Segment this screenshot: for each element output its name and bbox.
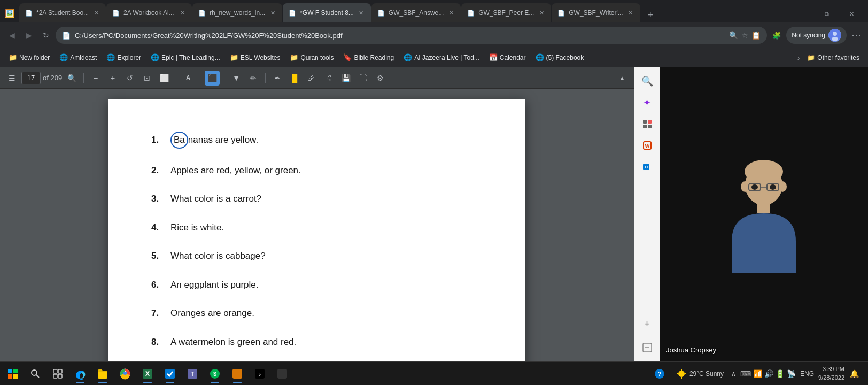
close-button[interactable]: ✕ xyxy=(839,5,864,22)
sidebar-add-icon[interactable]: + xyxy=(638,314,657,334)
text-tool-btn[interactable]: A xyxy=(181,71,196,86)
filter-btn[interactable]: ▼ xyxy=(229,71,244,86)
tab-1[interactable]: 📄 *2A Student Boo... ✕ xyxy=(19,3,106,22)
clock[interactable]: 3:39 PM 9/28/2022 xyxy=(818,365,844,382)
bookmark-explorer[interactable]: 🌐 Explorer xyxy=(102,51,145,64)
rotate-btn[interactable]: ↺ xyxy=(122,71,137,86)
save-btn[interactable]: 💾 xyxy=(338,71,353,86)
tab-6[interactable]: 📄 GW_SBF_Peer E... ✕ xyxy=(461,3,551,22)
tab-2-close[interactable]: ✕ xyxy=(178,9,187,17)
tab-1-favicon: 📄 xyxy=(25,9,33,17)
collections-icon[interactable]: 📋 xyxy=(751,31,761,40)
bookmark-amideast[interactable]: 🌐 Amideast xyxy=(55,51,101,64)
page-number-input[interactable] xyxy=(21,72,41,84)
bookmark-facebook[interactable]: 🌐 (5) Facebook xyxy=(531,51,588,64)
tab-7[interactable]: 📄 GW_SBF_Writer'... ✕ xyxy=(552,3,640,22)
file-explorer-taskbar-app[interactable] xyxy=(92,363,113,384)
weather-indicator[interactable]: 29°C Sunny xyxy=(672,368,727,380)
svg-rect-25 xyxy=(8,374,12,379)
speaker-icon[interactable]: 🔊 xyxy=(764,369,773,378)
bookmarks-more-button[interactable]: › xyxy=(795,51,802,64)
sidebar-office-icon[interactable]: W xyxy=(638,136,657,155)
bookmark-epic[interactable]: 🌐 Epic | The Leading... xyxy=(146,51,224,64)
sidebar-outlook-icon[interactable]: O xyxy=(638,157,657,176)
bookmark-esl[interactable]: 📁 ESL Websites xyxy=(226,51,285,64)
restore-button[interactable]: ⧉ xyxy=(815,5,839,22)
sidebar-search-icon[interactable]: 🔍 xyxy=(638,72,657,91)
highlight-btn[interactable]: █ xyxy=(287,71,302,86)
bluetooth-icon[interactable]: 📡 xyxy=(787,369,796,378)
forward-button[interactable]: ▶ xyxy=(21,28,36,43)
task-view-btn[interactable] xyxy=(47,363,68,384)
print-btn[interactable]: 🖨 xyxy=(321,71,336,86)
dark-app[interactable] xyxy=(272,363,293,384)
search-taskbar-btn[interactable] xyxy=(25,363,46,384)
list-item: 7. Oranges are orange. xyxy=(151,306,483,320)
draw-btn[interactable]: ✏ xyxy=(246,71,261,86)
keyboard-icon[interactable]: ⌨ xyxy=(740,369,751,378)
reload-button[interactable]: ↻ xyxy=(38,28,53,43)
battery-icon[interactable]: 🔋 xyxy=(776,369,785,378)
network-icon[interactable]: 📶 xyxy=(753,369,762,378)
tab-5[interactable]: 📄 GW_SBF_Answe... ✕ xyxy=(371,3,461,22)
minimize-button[interactable]: ─ xyxy=(790,5,815,22)
bookmark-quran[interactable]: 📁 Quran tools xyxy=(285,51,338,64)
bookmark-bible[interactable]: 🔖 Bible Reading xyxy=(339,51,398,64)
tab-3-close[interactable]: ✕ xyxy=(268,9,277,17)
sidebar-collapse-icon[interactable] xyxy=(638,338,657,357)
bookmark-aljazeera[interactable]: 🌐 AI Jazeera Live | Tod... xyxy=(399,51,484,64)
tab-2[interactable]: 📄 2A Workbook Al... ✕ xyxy=(106,3,192,22)
zoom-in-btn[interactable]: + xyxy=(105,71,120,86)
language-indicator[interactable]: ENG xyxy=(798,370,816,378)
tab-bar: 🖼️ 📄 *2A Student Boo... ✕ 📄 2A Workbook … xyxy=(0,0,868,22)
bookmark-calendar[interactable]: 📅 Calendar xyxy=(485,51,530,64)
two-page-btn[interactable]: ⬜ xyxy=(157,71,172,86)
green-circle-app[interactable]: $ xyxy=(204,363,226,384)
tab-4-close[interactable]: ✕ xyxy=(357,9,366,17)
pdf-scroll-up[interactable]: ▲ xyxy=(615,71,630,86)
back-button[interactable]: ◀ xyxy=(4,28,19,43)
sidebar-ai-icon[interactable]: ✦ xyxy=(638,93,657,112)
chrome-taskbar-app[interactable] xyxy=(114,363,136,384)
fullscreen-btn[interactable]: ⛶ xyxy=(355,71,370,86)
search-pdf-btn[interactable]: 🔍 xyxy=(64,71,79,86)
pdf-content[interactable]: 1. Bananas are yellow. 2. Apples are red… xyxy=(0,89,634,361)
fit-page-btn[interactable]: ⊡ xyxy=(140,71,154,86)
tab-5-close[interactable]: ✕ xyxy=(447,9,455,17)
zoom-out-btn[interactable]: − xyxy=(88,71,103,86)
tab-3[interactable]: 📄 rh_new_words_in... ✕ xyxy=(192,3,282,22)
settings-btn[interactable]: ⚙ xyxy=(373,71,387,86)
tab-6-close[interactable]: ✕ xyxy=(537,9,546,17)
sidebar-collections-icon[interactable] xyxy=(638,114,657,134)
tray-expand-btn[interactable]: ∧ xyxy=(729,370,738,378)
address-bar[interactable]: 📄 C:/Users/PC/Documents/Great%20Writing%… xyxy=(56,27,767,44)
start-button[interactable] xyxy=(2,363,24,384)
sidebar-toggle-btn[interactable]: ☰ xyxy=(4,71,19,86)
new-tab-button[interactable]: + xyxy=(643,7,658,22)
help-icon[interactable]: ? xyxy=(649,363,670,384)
menu-button[interactable]: ⋯ xyxy=(849,28,864,43)
tab-7-close[interactable]: ✕ xyxy=(626,9,635,17)
tiktok-app[interactable]: ♪ xyxy=(249,363,270,384)
teams-taskbar-app[interactable]: T xyxy=(182,363,203,384)
calendar-icon: 📅 xyxy=(489,53,498,61)
search-icon[interactable]: 🔍 xyxy=(729,31,738,40)
notification-button[interactable]: 🔔 xyxy=(847,366,862,381)
other-favorites[interactable]: 📁 Other favorites xyxy=(803,52,864,64)
sync-button[interactable]: Not syncing xyxy=(786,27,847,44)
view-mode-btn[interactable]: ⬛ xyxy=(205,71,220,86)
ink-btn[interactable]: 🖊 xyxy=(304,71,319,86)
extensions-btn[interactable]: 🧩 xyxy=(769,28,784,43)
bookmark-new-folder[interactable]: 📁 New folder xyxy=(4,51,54,64)
star-icon[interactable]: ☆ xyxy=(741,31,748,40)
annotate-btn[interactable]: ✒ xyxy=(270,71,285,86)
svg-text:W: W xyxy=(645,143,649,149)
svg-text:O: O xyxy=(644,165,647,170)
edge-taskbar-app[interactable] xyxy=(69,363,91,384)
tab-1-close[interactable]: ✕ xyxy=(92,9,100,17)
checkmark-taskbar-app[interactable] xyxy=(159,363,181,384)
excel-taskbar-app[interactable]: X xyxy=(137,363,158,384)
orange-app[interactable] xyxy=(227,363,248,384)
svg-point-16 xyxy=(778,181,787,192)
tab-4[interactable]: 📄 *GW F Student 8... ✕ xyxy=(283,3,371,22)
